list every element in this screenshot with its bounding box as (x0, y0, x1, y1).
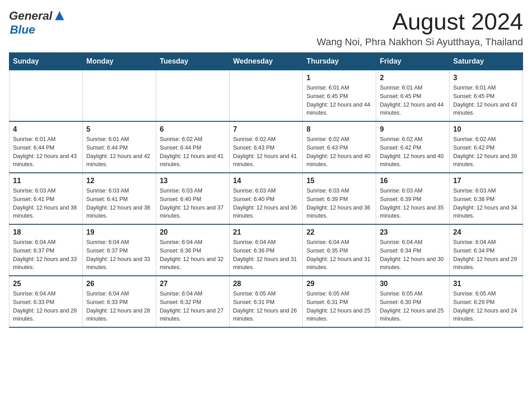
day-number: 30 (380, 280, 446, 288)
day-number: 28 (233, 280, 299, 288)
day-cell: 28Sunrise: 6:05 AMSunset: 6:31 PMDayligh… (229, 276, 303, 327)
day-cell (82, 70, 156, 122)
day-cell: 10Sunrise: 6:02 AMSunset: 6:42 PMDayligh… (450, 121, 523, 173)
day-number: 9 (380, 125, 446, 133)
days-of-week-row: SundayMondayTuesdayWednesdayThursdayFrid… (9, 53, 523, 70)
logo-blue-text: Blue (10, 23, 35, 36)
header-thursday: Thursday (303, 53, 376, 70)
day-info: Sunrise: 6:02 AMSunset: 6:42 PMDaylight:… (453, 135, 519, 169)
day-number: 5 (86, 125, 152, 133)
day-info: Sunrise: 6:03 AMSunset: 6:38 PMDaylight:… (453, 187, 519, 220)
header-saturday: Saturday (450, 53, 523, 70)
header: General Blue August 2024 Wang Noi, Phra … (9, 9, 523, 48)
day-cell: 4Sunrise: 6:01 AMSunset: 6:44 PMDaylight… (9, 121, 83, 173)
header-sunday: Sunday (9, 53, 83, 70)
day-info: Sunrise: 6:05 AMSunset: 6:29 PMDaylight:… (453, 290, 519, 323)
week-row-4: 18Sunrise: 6:04 AMSunset: 6:37 PMDayligh… (9, 224, 523, 276)
day-number: 6 (160, 125, 226, 133)
subtitle: Wang Noi, Phra Nakhon Si Ayutthaya, Thai… (317, 36, 523, 48)
day-info: Sunrise: 6:04 AMSunset: 6:36 PMDaylight:… (233, 238, 299, 272)
day-info: Sunrise: 6:01 AMSunset: 6:45 PMDaylight:… (453, 84, 519, 117)
day-cell: 2Sunrise: 6:01 AMSunset: 6:45 PMDaylight… (376, 70, 450, 122)
day-number: 11 (13, 177, 79, 185)
day-cell: 5Sunrise: 6:01 AMSunset: 6:44 PMDaylight… (82, 121, 156, 173)
header-wednesday: Wednesday (229, 53, 303, 70)
day-cell: 11Sunrise: 6:03 AMSunset: 6:41 PMDayligh… (9, 173, 83, 224)
day-info: Sunrise: 6:01 AMSunset: 6:45 PMDaylight:… (306, 84, 372, 117)
day-cell: 3Sunrise: 6:01 AMSunset: 6:45 PMDaylight… (450, 70, 523, 122)
day-number: 16 (380, 177, 446, 185)
day-cell: 30Sunrise: 6:05 AMSunset: 6:30 PMDayligh… (376, 276, 450, 327)
day-cell: 22Sunrise: 6:04 AMSunset: 6:35 PMDayligh… (303, 224, 376, 276)
logo: General Blue (9, 9, 66, 37)
day-info: Sunrise: 6:04 AMSunset: 6:34 PMDaylight:… (453, 238, 519, 272)
day-number: 29 (306, 280, 372, 288)
day-info: Sunrise: 6:04 AMSunset: 6:33 PMDaylight:… (13, 290, 79, 323)
day-info: Sunrise: 6:05 AMSunset: 6:30 PMDaylight:… (380, 290, 446, 323)
day-cell: 27Sunrise: 6:04 AMSunset: 6:32 PMDayligh… (156, 276, 229, 327)
day-number: 14 (233, 177, 299, 185)
day-number: 26 (86, 280, 152, 288)
calendar-body: 1Sunrise: 6:01 AMSunset: 6:45 PMDaylight… (9, 70, 523, 328)
week-row-3: 11Sunrise: 6:03 AMSunset: 6:41 PMDayligh… (9, 173, 523, 224)
day-info: Sunrise: 6:02 AMSunset: 6:44 PMDaylight:… (160, 135, 226, 169)
day-info: Sunrise: 6:04 AMSunset: 6:34 PMDaylight:… (380, 238, 446, 272)
day-cell: 16Sunrise: 6:03 AMSunset: 6:39 PMDayligh… (376, 173, 450, 224)
day-number: 3 (453, 74, 519, 82)
day-info: Sunrise: 6:03 AMSunset: 6:40 PMDaylight:… (160, 187, 226, 220)
day-info: Sunrise: 6:04 AMSunset: 6:33 PMDaylight:… (86, 290, 152, 323)
day-info: Sunrise: 6:02 AMSunset: 6:43 PMDaylight:… (306, 135, 372, 169)
day-cell: 23Sunrise: 6:04 AMSunset: 6:34 PMDayligh… (376, 224, 450, 276)
day-cell: 21Sunrise: 6:04 AMSunset: 6:36 PMDayligh… (229, 224, 303, 276)
calendar-table: SundayMondayTuesdayWednesdayThursdayFrid… (9, 52, 523, 328)
header-friday: Friday (376, 53, 450, 70)
day-info: Sunrise: 6:02 AMSunset: 6:43 PMDaylight:… (233, 135, 299, 169)
day-number: 7 (233, 125, 299, 133)
day-cell: 17Sunrise: 6:03 AMSunset: 6:38 PMDayligh… (450, 173, 523, 224)
day-cell (156, 70, 229, 122)
day-cell: 12Sunrise: 6:03 AMSunset: 6:41 PMDayligh… (82, 173, 156, 224)
day-cell: 7Sunrise: 6:02 AMSunset: 6:43 PMDaylight… (229, 121, 303, 173)
day-info: Sunrise: 6:05 AMSunset: 6:31 PMDaylight:… (306, 290, 372, 323)
day-number: 2 (380, 74, 446, 82)
svg-marker-0 (55, 11, 64, 20)
day-cell: 31Sunrise: 6:05 AMSunset: 6:29 PMDayligh… (450, 276, 523, 327)
week-row-5: 25Sunrise: 6:04 AMSunset: 6:33 PMDayligh… (9, 276, 523, 327)
day-cell: 9Sunrise: 6:02 AMSunset: 6:42 PMDaylight… (376, 121, 450, 173)
header-tuesday: Tuesday (156, 53, 229, 70)
logo-general-text: General (9, 9, 52, 23)
day-info: Sunrise: 6:01 AMSunset: 6:44 PMDaylight:… (13, 135, 79, 169)
week-row-2: 4Sunrise: 6:01 AMSunset: 6:44 PMDaylight… (9, 121, 523, 173)
day-cell (9, 70, 83, 122)
day-number: 24 (453, 228, 519, 236)
day-number: 22 (306, 228, 372, 236)
day-info: Sunrise: 6:01 AMSunset: 6:45 PMDaylight:… (380, 84, 446, 117)
calendar-header: SundayMondayTuesdayWednesdayThursdayFrid… (9, 53, 523, 70)
day-number: 21 (233, 228, 299, 236)
day-info: Sunrise: 6:03 AMSunset: 6:40 PMDaylight:… (233, 187, 299, 220)
day-info: Sunrise: 6:03 AMSunset: 6:41 PMDaylight:… (86, 187, 152, 220)
header-monday: Monday (82, 53, 156, 70)
day-info: Sunrise: 6:03 AMSunset: 6:39 PMDaylight:… (380, 187, 446, 220)
day-number: 8 (306, 125, 372, 133)
day-info: Sunrise: 6:04 AMSunset: 6:36 PMDaylight:… (160, 238, 226, 272)
day-info: Sunrise: 6:05 AMSunset: 6:31 PMDaylight:… (233, 290, 299, 323)
day-info: Sunrise: 6:02 AMSunset: 6:42 PMDaylight:… (380, 135, 446, 169)
day-number: 15 (306, 177, 372, 185)
day-cell: 19Sunrise: 6:04 AMSunset: 6:37 PMDayligh… (82, 224, 156, 276)
day-info: Sunrise: 6:04 AMSunset: 6:37 PMDaylight:… (13, 238, 79, 272)
day-cell: 26Sunrise: 6:04 AMSunset: 6:33 PMDayligh… (82, 276, 156, 327)
day-number: 19 (86, 228, 152, 236)
title-area: August 2024 Wang Noi, Phra Nakhon Si Ayu… (317, 9, 523, 48)
day-info: Sunrise: 6:03 AMSunset: 6:41 PMDaylight:… (13, 187, 79, 220)
day-number: 17 (453, 177, 519, 185)
day-info: Sunrise: 6:03 AMSunset: 6:39 PMDaylight:… (306, 187, 372, 220)
day-cell: 20Sunrise: 6:04 AMSunset: 6:36 PMDayligh… (156, 224, 229, 276)
main-title: August 2024 (317, 9, 523, 34)
day-number: 27 (160, 280, 226, 288)
day-cell: 6Sunrise: 6:02 AMSunset: 6:44 PMDaylight… (156, 121, 229, 173)
day-cell: 13Sunrise: 6:03 AMSunset: 6:40 PMDayligh… (156, 173, 229, 224)
day-number: 4 (13, 125, 79, 133)
day-number: 20 (160, 228, 226, 236)
day-number: 31 (453, 280, 519, 288)
